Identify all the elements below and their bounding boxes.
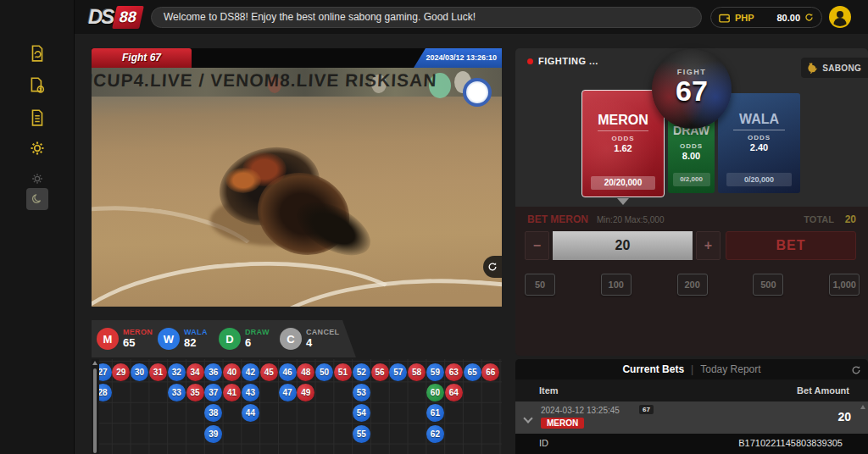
- trend-result-wala: 33: [168, 384, 186, 401]
- scroll-thumb[interactable]: [93, 368, 97, 453]
- fight-status-label: FIGHTING ...: [538, 56, 598, 66]
- decrease-bet-button[interactable]: −: [525, 231, 549, 260]
- trend-result-wala: 39: [204, 425, 222, 443]
- bet-id-label: ID: [539, 438, 548, 448]
- tab-today-report[interactable]: Today Report: [700, 363, 760, 375]
- trend-result-wala: 52: [353, 363, 370, 381]
- wala-bet-card[interactable]: WALA ODDS 2.40 0/20,000: [718, 93, 800, 193]
- wala-title: WALA: [739, 112, 779, 127]
- stream-timestamp: 2024/03/12 13:26:10: [414, 48, 502, 68]
- selected-card-pointer-icon: [617, 198, 629, 205]
- bet-amount-input[interactable]: 20: [553, 231, 693, 260]
- sabong-tab-label: SABONG: [822, 64, 861, 73]
- dark-mode-icon[interactable]: [26, 188, 48, 210]
- bet-info-row: BET MERON Min:20 Max:5,000 TOTAL 20: [515, 213, 868, 227]
- chip-100[interactable]: 100: [601, 274, 632, 296]
- bet-side-badge: MERON: [541, 418, 584, 429]
- chip-200[interactable]: 200: [677, 274, 708, 296]
- report-list-icon[interactable]: [26, 107, 48, 129]
- rooster-icon: [806, 62, 819, 75]
- chip-500[interactable]: 500: [753, 274, 783, 296]
- tab-separator: |: [691, 363, 693, 375]
- tab-current-bets[interactable]: Current Bets: [622, 363, 684, 375]
- game-records-icon[interactable]: [26, 42, 48, 64]
- fight-status: FIGHTING ...: [527, 56, 598, 66]
- trend-result-meron: 56: [371, 363, 389, 381]
- fight-panel: FIGHTING ... SABONG MERON ODDS 1.62 20/2…: [515, 48, 868, 207]
- refresh-bets-icon[interactable]: [851, 363, 861, 379]
- trend-result-wala: 37: [204, 384, 222, 401]
- stat-circle: W: [158, 328, 180, 350]
- bet-row-amount: 20: [837, 410, 851, 424]
- trend-result-meron: 66: [481, 363, 499, 381]
- stream-refresh-button[interactable]: [483, 256, 502, 278]
- meron-title: MERON: [598, 113, 648, 128]
- wallet-balance-pill[interactable]: PHP 80.00: [710, 7, 822, 28]
- light-mode-icon[interactable]: [26, 168, 48, 190]
- fight-number-circle: FIGHT 67: [652, 49, 732, 129]
- draw-odds-label: ODDS: [680, 142, 703, 150]
- trend-result-wala: 65: [464, 363, 481, 381]
- trend-result-wala: 42: [242, 363, 259, 381]
- stat-cancel: CCANCEL4: [280, 328, 341, 350]
- bet-panel: BET MERON Min:20 Max:5,000 TOTAL 20 − 20…: [515, 207, 868, 356]
- col-item: Item: [539, 385, 559, 396]
- settings-gear-icon[interactable]: [26, 137, 48, 159]
- trend-scrollbar[interactable]: [92, 359, 99, 454]
- trend-result-wala: 53: [353, 384, 370, 401]
- chip-50[interactable]: 50: [525, 274, 555, 296]
- trend-result-wala: 43: [242, 384, 259, 401]
- trend-result-meron: 63: [445, 363, 463, 381]
- app-root: DS 88 Welcome to DS88! Enjoy the best on…: [0, 0, 868, 454]
- trend-result-meron: 34: [186, 363, 204, 381]
- bet-history-row[interactable]: 2024-03-12 13:25:45 67 MERON 20: [515, 401, 868, 434]
- trend-result-wala: 36: [204, 363, 222, 381]
- stream-logo-badge: [463, 78, 492, 107]
- ds88-logo[interactable]: DS 88: [88, 4, 142, 30]
- chevron-down-icon[interactable]: [523, 413, 532, 423]
- fight-number-ribbon: Fight 67: [92, 48, 192, 68]
- list-scroll-up-icon[interactable]: [860, 405, 865, 409]
- logo-ds-text: DS: [88, 5, 113, 29]
- stat-draw: DDRAW6: [219, 328, 280, 350]
- wala-odds-value: 2.40: [750, 142, 768, 152]
- bet-button[interactable]: BET: [726, 231, 856, 260]
- col-bet-amount: Bet Amount: [797, 385, 849, 396]
- meron-bet-card[interactable]: MERON ODDS 1.62 20/20,000: [581, 90, 665, 197]
- trend-result-meron: 51: [334, 363, 352, 381]
- result-stats-bar: MMERON65WWALA82DDRAW6CCANCEL4: [92, 320, 356, 357]
- divider: [598, 130, 648, 131]
- stat-meron: MMERON65: [97, 328, 158, 350]
- trend-result-wala: 47: [279, 384, 297, 401]
- wala-odds-label: ODDS: [748, 134, 771, 141]
- trend-result-draw: 60: [426, 384, 444, 401]
- sidebar: [0, 0, 75, 454]
- trend-result-meron: 58: [408, 363, 426, 381]
- trend-result-wala: 46: [279, 363, 297, 381]
- trend-result-meron: 35: [186, 384, 204, 401]
- video-header-bar: Fight 67 2024/03/12 13:26:10: [92, 48, 502, 68]
- currency-label: PHP: [735, 13, 754, 23]
- wala-amount: 0/20,000: [726, 173, 793, 186]
- trend-result-meron: 41: [223, 384, 241, 401]
- trend-result-wala: 62: [426, 425, 444, 443]
- wallet-icon: [719, 13, 731, 23]
- increase-bet-button[interactable]: +: [696, 231, 721, 260]
- trend-result-wala: 61: [426, 404, 444, 422]
- chip-1000[interactable]: 1,000: [829, 274, 860, 296]
- scroll-up-arrow[interactable]: [92, 361, 97, 365]
- trend-result-wala: 55: [353, 425, 370, 443]
- draw-amount: 0/2,000: [673, 173, 710, 186]
- total-value: 20: [845, 213, 856, 225]
- trend-result-wala: 54: [353, 404, 370, 422]
- trend-result-meron: 29: [112, 363, 130, 381]
- video-frame: UCUP4.LIVE / VENOM8.LIVE RISKISAN: [92, 68, 502, 307]
- stat-circle: C: [280, 328, 302, 350]
- meron-amount: 20/20,000: [591, 176, 656, 190]
- user-avatar[interactable]: [829, 6, 851, 28]
- tab-sabong[interactable]: SABONG: [801, 58, 868, 78]
- trend-result-wala: 30: [131, 363, 148, 381]
- trend-result-wala: 50: [315, 363, 333, 381]
- money-transactions-icon[interactable]: [26, 75, 48, 97]
- refresh-balance-icon[interactable]: [804, 13, 814, 22]
